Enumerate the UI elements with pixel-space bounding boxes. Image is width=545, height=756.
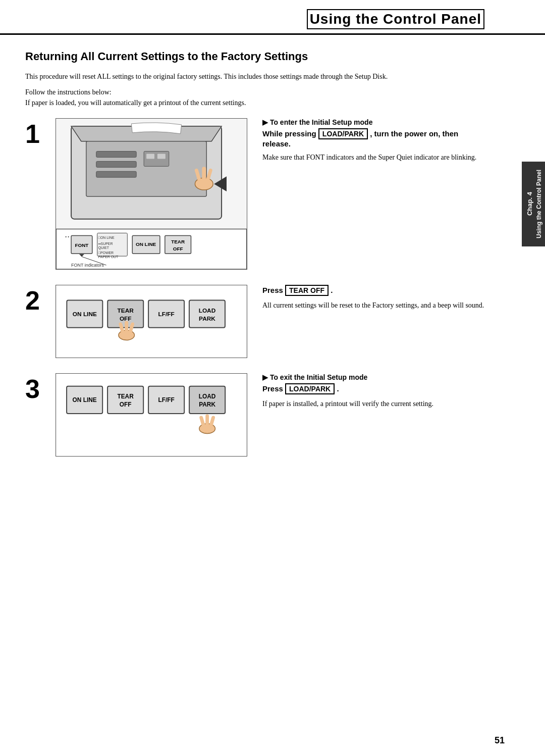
svg-rect-2: [86, 141, 206, 196]
svg-text:• •: • •: [65, 234, 69, 239]
main-content: Returning All Current Settings to the Fa…: [0, 35, 545, 487]
svg-text:□POWER: □POWER: [98, 251, 114, 255]
section-title: Returning All Current Settings to the Fa…: [25, 50, 484, 63]
step-1-description: ▶ To enter the Initial Setup mode While …: [257, 118, 484, 167]
step-3-description: ▶ To exit the Initial Setup mode Press L…: [257, 373, 484, 413]
svg-text:LOAD: LOAD: [199, 307, 216, 314]
svg-text:PAPER OUT: PAPER OUT: [98, 255, 119, 259]
svg-rect-5: [96, 171, 136, 177]
step-2-detail: All current settings will be reset to th…: [262, 300, 484, 311]
intro-text: This procedure will reset ALL settings t…: [25, 71, 439, 82]
step-3: 3 ON LINE TEAR OFF LF/FF LOAD PARK: [25, 373, 484, 457]
svg-line-59: [201, 418, 203, 425]
svg-text:OFF: OFF: [120, 401, 132, 408]
svg-text:TEAR: TEAR: [171, 239, 185, 244]
svg-text:OFF: OFF: [173, 246, 183, 251]
page-number: 51: [495, 735, 505, 746]
svg-rect-6: [144, 152, 169, 167]
header-title: Using the Control Panel: [20, 9, 484, 29]
svg-text:PARK: PARK: [199, 401, 215, 408]
svg-text:□ON LINE: □ON LINE: [98, 236, 115, 239]
step-2: 2 ON LINE TEAR OFF LF/FF: [25, 285, 484, 358]
svg-text:TEAR: TEAR: [118, 393, 134, 400]
svg-text:ON LINE: ON LINE: [73, 311, 97, 318]
side-tab: Chap. 4 Using the Control Panel: [522, 162, 545, 246]
step-1-main: While pressing LOAD/PARK , turn the powe…: [262, 128, 484, 148]
svg-line-39: [121, 324, 123, 331]
step-1: 1: [25, 118, 484, 270]
svg-text:OFF: OFF: [120, 315, 132, 322]
step-2-illustration: ON LINE TEAR OFF LF/FF LOAD PARK: [56, 285, 247, 358]
chap-label: Chap. 4: [526, 192, 533, 216]
svg-text:QUIET: QUIET: [98, 246, 110, 250]
side-tab-text: Using the Control Panel: [535, 170, 542, 238]
svg-text:PARK: PARK: [199, 315, 215, 322]
step-3-detail: If paper is installed, a printout will v…: [262, 398, 484, 409]
step-3-press: Press LOAD/PARK .: [262, 383, 484, 394]
svg-rect-3: [96, 152, 136, 158]
svg-text:TEAR: TEAR: [118, 307, 134, 314]
page-header: Using the Control Panel: [0, 0, 545, 35]
tear-off-key: TEAR OFF: [285, 285, 329, 296]
svg-text:LOAD: LOAD: [199, 393, 216, 400]
svg-text:LF/FF: LF/FF: [158, 311, 174, 318]
step-3-illustration: ON LINE TEAR OFF LF/FF LOAD PARK: [56, 373, 247, 457]
svg-text:ON LINE: ON LINE: [73, 396, 97, 404]
svg-text:••SUPER: ••SUPER: [98, 242, 113, 245]
load-park-key-3: LOAD/PARK: [285, 383, 335, 394]
step-2-press: Press TEAR OFF .: [262, 285, 484, 296]
svg-text:LF/FF: LF/FF: [158, 396, 175, 404]
svg-text:FONT: FONT: [75, 242, 88, 248]
step-1-illustration: • • FONT □ON LINE ••SUPER QUIET □POWER P…: [56, 118, 247, 270]
svg-line-41: [131, 324, 133, 331]
svg-text:FONT indicators: FONT indicators: [71, 263, 104, 268]
step-1-head: ▶ To enter the Initial Setup mode: [262, 118, 484, 126]
step-1-detail: Make sure that FONT indicators and the S…: [262, 152, 484, 163]
step-2-description: Press TEAR OFF . All current settings wi…: [257, 285, 484, 315]
step-2-number: 2: [25, 287, 45, 314]
follow-text: Follow the instructions below: If paper …: [25, 87, 439, 108]
svg-rect-7: [146, 154, 154, 159]
svg-rect-8: [157, 154, 166, 159]
step-3-number: 3: [25, 376, 45, 402]
step-1-number: 1: [25, 121, 45, 147]
svg-text:ON LINE: ON LINE: [136, 241, 156, 247]
load-park-key-1: LOAD/PARK: [318, 128, 368, 139]
svg-line-12: [196, 170, 199, 179]
svg-line-61: [211, 418, 213, 425]
svg-line-11: [208, 170, 210, 179]
svg-rect-4: [96, 161, 136, 167]
step-3-head: ▶ To exit the Initial Setup mode: [262, 373, 484, 381]
